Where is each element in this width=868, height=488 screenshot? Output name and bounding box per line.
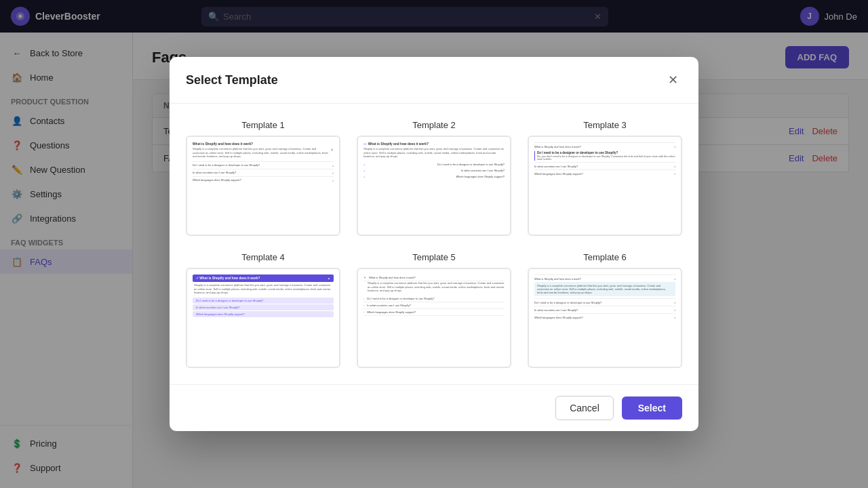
select-template-modal: Select Template ✕ Template 1 What is Sho…: [170, 57, 698, 431]
template-item-3: Template 3 What is Shopify and how does …: [528, 120, 682, 236]
template-4-preview[interactable]: ✓ What is Shopify and how does it work?▲…: [186, 268, 340, 368]
template-item-5: Template 5 ▼What is Shopify and how does…: [357, 252, 511, 368]
template-3-label: Template 3: [528, 120, 682, 130]
modal-close-button[interactable]: ✕: [663, 70, 682, 89]
template-item-6: Template 6 What is Shopify and how does …: [528, 252, 682, 368]
template-2-label: Template 2: [357, 120, 511, 130]
template-5-label: Template 5: [357, 252, 511, 262]
cancel-button[interactable]: Cancel: [555, 396, 614, 420]
modal-title: Select Template: [186, 73, 278, 87]
modal-footer: Cancel Select: [170, 384, 698, 431]
template-3-preview[interactable]: What is Shopify and how does it work?› D…: [528, 136, 682, 236]
template-4-label: Template 4: [186, 252, 340, 262]
template-item-1: Template 1 What is Shopify and how does …: [186, 120, 340, 236]
template-6-label: Template 6: [528, 252, 682, 262]
template-1-label: Template 1: [186, 120, 340, 130]
modal-overlay: Select Template ✕ Template 1 What is Sho…: [0, 0, 868, 488]
template-item-2: Template 2 — What is Shopify and how doe…: [357, 120, 511, 236]
template-6-preview[interactable]: What is Shopify and how does it work?› S…: [528, 268, 682, 368]
template-2-preview[interactable]: — What is Shopify and how does it work? …: [357, 136, 511, 236]
select-button[interactable]: Select: [622, 396, 682, 420]
template-5-preview[interactable]: ▼What is Shopify and how does it work? S…: [357, 268, 511, 368]
template-grid: Template 1 What is Shopify and how does …: [186, 120, 682, 368]
modal-body: Template 1 What is Shopify and how does …: [170, 104, 698, 384]
template-1-preview[interactable]: What is Shopify and how does it work? Sh…: [186, 136, 340, 236]
modal-header: Select Template ✕: [170, 57, 698, 104]
template-item-4: Template 4 ✓ What is Shopify and how doe…: [186, 252, 340, 368]
